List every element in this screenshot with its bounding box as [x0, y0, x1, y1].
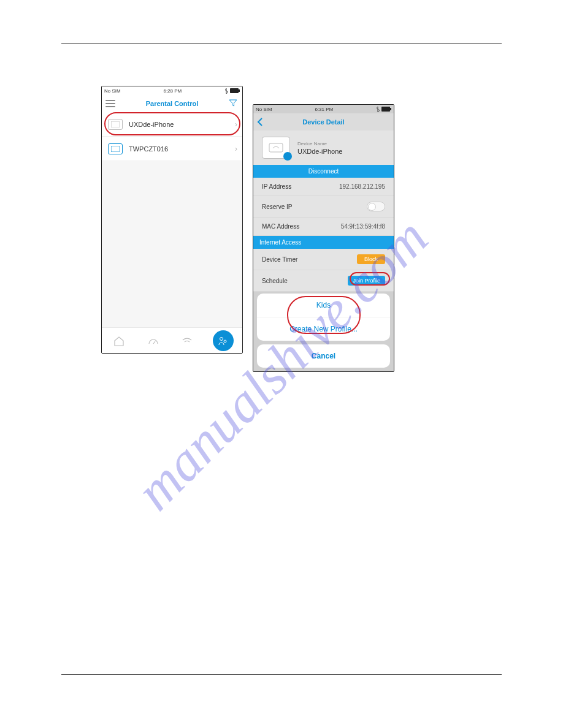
- device-name: UXDde-iPhone: [129, 121, 174, 128]
- time-label: 6:31 PM: [315, 107, 333, 112]
- edit-badge[interactable]: [283, 152, 292, 161]
- svg-rect-7: [390, 108, 391, 110]
- device-name-label: Device Name: [297, 141, 342, 146]
- device-icon: [108, 143, 123, 154]
- status-bar: No SIM 6:28 PM: [102, 86, 242, 95]
- nav-bar: Device Detail: [253, 113, 394, 131]
- reserve-ip-label: Reserve IP: [262, 203, 292, 210]
- device-icon: [269, 143, 283, 153]
- tab-parental[interactable]: [213, 330, 234, 351]
- back-button[interactable]: [257, 117, 263, 127]
- device-header: Device Name UXDde-iPhone: [253, 131, 394, 165]
- svg-rect-6: [381, 107, 390, 112]
- ip-label: IP Address: [262, 183, 291, 190]
- battery-icon: [230, 88, 240, 93]
- action-sheet: Kids Create New Profile... Cancel: [257, 294, 390, 368]
- schedule-label: Schedule: [262, 278, 288, 284]
- gauge-icon: [147, 335, 159, 347]
- chevron-right-icon: ›: [235, 145, 237, 153]
- sheet-option-kids[interactable]: Kids: [257, 294, 390, 317]
- phone-parental-control: No SIM 6:28 PM Parental Control: [101, 86, 243, 354]
- list-item[interactable]: TWPCZT016 ›: [102, 137, 242, 161]
- svg-point-5: [224, 340, 226, 343]
- sheet-option-create[interactable]: Create New Profile...: [257, 317, 390, 341]
- device-name-value: UXDde-iPhone: [297, 148, 342, 155]
- home-icon: [113, 335, 125, 347]
- menu-button[interactable]: [105, 100, 115, 107]
- battery-icon: [381, 107, 391, 112]
- tab-bar: [102, 327, 242, 353]
- nav-bar: Parental Control: [102, 95, 242, 112]
- action-sheet-options: Kids Create New Profile...: [257, 294, 390, 341]
- device-timer-label: Device Timer: [262, 256, 297, 263]
- row-reserve-ip: Reserve IP: [253, 196, 394, 218]
- chevron-left-icon: [257, 117, 263, 127]
- time-label: 6:28 PM: [163, 88, 182, 94]
- sheet-cancel-button[interactable]: Cancel: [257, 344, 390, 368]
- device-list: UXDde-iPhone › TWPCZT016 ›: [102, 112, 242, 331]
- filter-icon: [229, 99, 237, 107]
- reserve-ip-toggle[interactable]: [367, 202, 385, 211]
- device-name: TWPCZT016: [129, 145, 168, 153]
- carrier-label: No SIM: [256, 107, 272, 112]
- internet-access-header: Internet Access: [253, 236, 394, 249]
- hamburger-icon: [105, 100, 115, 107]
- join-profile-button[interactable]: Join Profile: [348, 276, 385, 286]
- row-device-timer: Device Timer Block: [253, 249, 394, 270]
- row-schedule: Schedule Join Profile: [253, 270, 394, 292]
- svg-rect-3: [111, 146, 120, 152]
- bluetooth-icon: [224, 88, 228, 94]
- carrier-label: No SIM: [104, 88, 121, 94]
- svg-rect-2: [111, 121, 120, 127]
- svg-rect-0: [230, 88, 239, 93]
- mac-label: MAC Address: [262, 223, 299, 230]
- ip-value: 192.168.212.195: [339, 183, 385, 190]
- svg-rect-1: [239, 89, 240, 92]
- list-item[interactable]: UXDde-iPhone ›: [102, 112, 242, 137]
- bluetooth-icon: [376, 107, 380, 112]
- chevron-right-icon: ›: [235, 120, 237, 129]
- parental-icon: [217, 335, 229, 347]
- page-title: Parental Control: [146, 100, 199, 107]
- status-bar: No SIM 6:31 PM: [253, 105, 394, 113]
- tab-wifi[interactable]: [178, 332, 196, 349]
- block-button[interactable]: Block: [357, 254, 385, 264]
- phone-device-detail: No SIM 6:31 PM Device Detail: [253, 104, 394, 372]
- svg-rect-8: [269, 143, 283, 152]
- device-icon: [108, 119, 123, 130]
- mac-value: 54:9f:13:59:4f:f8: [341, 223, 385, 230]
- disconnect-button[interactable]: Disconnect: [253, 165, 394, 178]
- filter-button[interactable]: [229, 99, 237, 108]
- device-thumbnail[interactable]: [262, 137, 290, 159]
- wifi-icon: [181, 335, 193, 347]
- page-rule-top: [61, 43, 502, 44]
- tab-speed[interactable]: [145, 332, 162, 349]
- page-title: Device Detail: [302, 118, 344, 126]
- page-rule-bottom: [61, 674, 502, 675]
- row-ip: IP Address 192.168.212.195: [253, 178, 394, 196]
- svg-point-4: [220, 337, 223, 340]
- row-mac: MAC Address 54:9f:13:59:4f:f8: [253, 218, 394, 236]
- tab-home[interactable]: [110, 332, 128, 349]
